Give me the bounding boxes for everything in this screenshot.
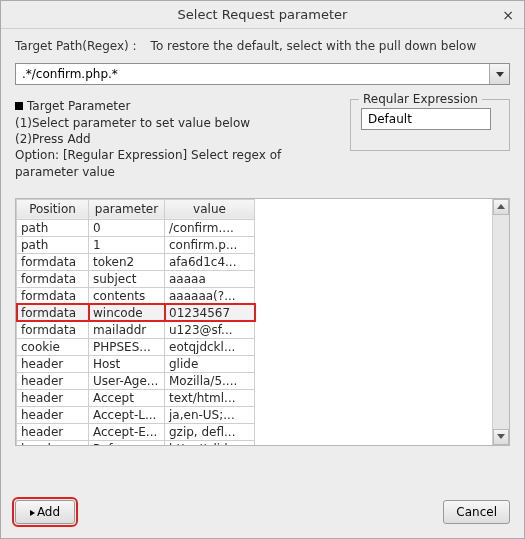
table-cell[interactable]: u123@sf... <box>165 321 255 338</box>
table-cell[interactable]: formdata <box>17 253 89 270</box>
table-row[interactable]: headerAccept-E...gzip, defl... <box>17 423 255 440</box>
dialog-content: Target Path(Regex) : To restore the defa… <box>1 29 524 488</box>
table-cell[interactable]: header <box>17 355 89 372</box>
table-cell[interactable]: text/html... <box>165 389 255 406</box>
table-cell[interactable]: aaaaaa(?... <box>165 287 255 304</box>
col-value[interactable]: value <box>165 199 255 219</box>
instruction-line-1: (1)Select parameter to set value below <box>15 115 328 131</box>
table-row[interactable]: headerAccept-L...ja,en-US;... <box>17 406 255 423</box>
regex-fieldset-legend: Reqular Expression <box>359 92 482 106</box>
target-path-dropdown-button[interactable] <box>489 64 509 84</box>
table-cell[interactable]: path <box>17 219 89 236</box>
target-path-row: Target Path(Regex) : To restore the defa… <box>15 39 510 53</box>
table-row[interactable]: cookiePHPSES...eotqjdckl... <box>17 338 255 355</box>
cancel-button[interactable]: Cancel <box>443 500 510 524</box>
square-bullet-icon <box>15 102 23 110</box>
table-cell[interactable]: formdata <box>17 287 89 304</box>
table-cell[interactable]: 01234567 <box>165 304 255 321</box>
table-cell[interactable]: aaaaa <box>165 270 255 287</box>
table-cell[interactable]: header <box>17 389 89 406</box>
table-cell[interactable]: Accept-E... <box>89 423 165 440</box>
table-cell[interactable]: mailaddr <box>89 321 165 338</box>
table-cell[interactable]: formdata <box>17 304 89 321</box>
regex-fieldset: Reqular Expression <box>350 99 510 151</box>
add-button[interactable]: Add <box>15 500 75 524</box>
table-cell[interactable]: gzip, defl... <box>165 423 255 440</box>
col-parameter[interactable]: parameter <box>89 199 165 219</box>
instruction-line-3: Option: [Regular Expression] Select rege… <box>15 147 328 179</box>
table-cell[interactable]: header <box>17 406 89 423</box>
table-cell[interactable]: header <box>17 372 89 389</box>
table-cell[interactable]: formdata <box>17 321 89 338</box>
table-row[interactable]: formdatacontentsaaaaaa(?... <box>17 287 255 304</box>
table-cell[interactable]: glide <box>165 355 255 372</box>
table-cell[interactable]: path <box>17 236 89 253</box>
target-parameter-label: Target Parameter <box>27 99 130 113</box>
parameter-table[interactable]: Position parameter value path0/confirm..… <box>16 199 255 445</box>
table-header-row: Position parameter value <box>17 199 255 219</box>
table-cell[interactable]: subject <box>89 270 165 287</box>
table-cell[interactable]: token2 <box>89 253 165 270</box>
table-row[interactable]: formdatasubjectaaaaa <box>17 270 255 287</box>
table-row[interactable]: formdatawincode01234567 <box>17 304 255 321</box>
table-cell[interactable]: cookie <box>17 338 89 355</box>
dialog-footer: Add Cancel <box>1 488 524 538</box>
target-path-input[interactable] <box>16 64 489 84</box>
table-cell[interactable]: Referer <box>89 440 165 445</box>
table-cell[interactable]: 0 <box>89 219 165 236</box>
scroll-track[interactable] <box>493 215 509 429</box>
table-cell[interactable]: contents <box>89 287 165 304</box>
titlebar: Select Request parameter × <box>1 1 524 29</box>
table-row[interactable]: formdatatoken2afa6d1c4... <box>17 253 255 270</box>
target-path-combo[interactable] <box>15 63 510 85</box>
table-row[interactable]: headerHostglide <box>17 355 255 372</box>
table-row[interactable]: formdatamailaddru123@sf... <box>17 321 255 338</box>
cursor-icon <box>30 510 35 516</box>
chevron-up-icon <box>497 204 505 209</box>
table-cell[interactable]: /confirm.... <box>165 219 255 236</box>
table-row[interactable]: path0/confirm.... <box>17 219 255 236</box>
vertical-scrollbar[interactable] <box>492 199 509 445</box>
scroll-down-button[interactable] <box>493 429 509 445</box>
select-request-parameter-dialog: Select Request parameter × Target Path(R… <box>0 0 525 539</box>
target-path-label: Target Path(Regex) : <box>15 39 137 53</box>
close-icon[interactable]: × <box>498 5 518 25</box>
table-cell[interactable]: Accept-L... <box>89 406 165 423</box>
dialog-title: Select Request parameter <box>178 7 348 22</box>
table-row[interactable]: headerAccepttext/html... <box>17 389 255 406</box>
parameter-table-scroll: Position parameter value path0/confirm..… <box>16 199 492 445</box>
table-cell[interactable]: PHPSES... <box>89 338 165 355</box>
cancel-button-label: Cancel <box>456 505 497 519</box>
regex-input[interactable] <box>362 109 524 129</box>
col-position[interactable]: Position <box>17 199 89 219</box>
instruction-line-2: (2)Press Add <box>15 131 328 147</box>
table-cell[interactable]: User-Age... <box>89 372 165 389</box>
add-button-label: Add <box>37 505 60 519</box>
table-cell[interactable]: formdata <box>17 270 89 287</box>
table-cell[interactable]: header <box>17 423 89 440</box>
table-row[interactable]: headerUser-Age...Mozilla/5.... <box>17 372 255 389</box>
table-cell[interactable]: ja,en-US;... <box>165 406 255 423</box>
mid-row: Target Parameter (1)Select parameter to … <box>15 99 510 180</box>
scroll-up-button[interactable] <box>493 199 509 215</box>
parameter-table-wrap: Position parameter value path0/confirm..… <box>15 198 510 446</box>
table-cell[interactable]: Mozilla/5.... <box>165 372 255 389</box>
table-cell[interactable]: afa6d1c4... <box>165 253 255 270</box>
table-cell[interactable]: confirm.p... <box>165 236 255 253</box>
table-cell[interactable]: eotqjdckl... <box>165 338 255 355</box>
instructions-block: Target Parameter (1)Select parameter to … <box>15 99 328 180</box>
table-cell[interactable]: http://glid <box>165 440 255 445</box>
table-cell[interactable]: Host <box>89 355 165 372</box>
table-cell[interactable]: wincode <box>89 304 165 321</box>
table-row[interactable]: path1confirm.p... <box>17 236 255 253</box>
target-path-hint: To restore the default, select with the … <box>151 39 477 53</box>
table-cell[interactable]: Accept <box>89 389 165 406</box>
chevron-down-icon <box>497 434 505 439</box>
regex-combo[interactable] <box>361 108 491 130</box>
chevron-down-icon <box>496 72 504 77</box>
table-cell[interactable]: 1 <box>89 236 165 253</box>
table-cell[interactable]: header <box>17 440 89 445</box>
table-row[interactable]: headerRefererhttp://glid <box>17 440 255 445</box>
